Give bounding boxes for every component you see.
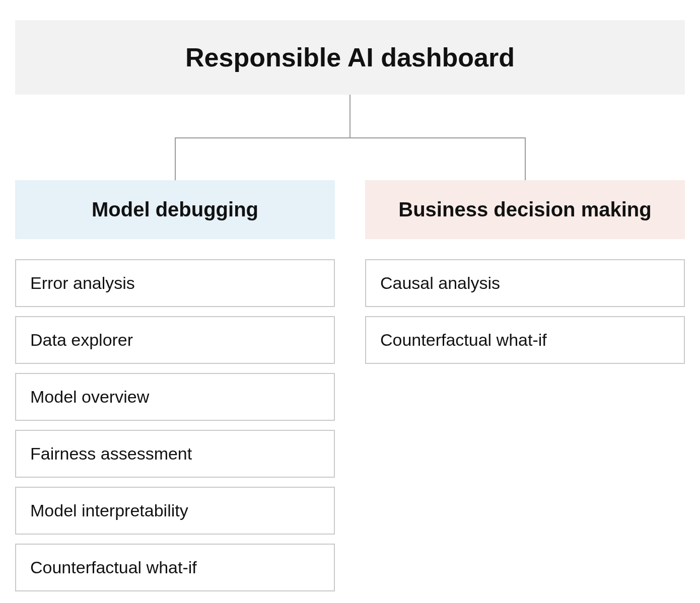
list-item: Model overview [15, 373, 335, 421]
list-item: Data explorer [15, 316, 335, 364]
column-title: Model debugging [92, 198, 258, 220]
item-label: Counterfactual what-if [380, 330, 547, 349]
diagram-root: Responsible AI dashboard Model debugging… [15, 20, 685, 600]
column-header-business-decision-making: Business decision making [365, 180, 685, 239]
item-label: Error analysis [30, 273, 135, 292]
connector-drop-left [175, 137, 176, 180]
list-item: Model interpretability [15, 487, 335, 535]
connector-drop-right [525, 137, 526, 180]
column-header-model-debugging: Model debugging [15, 180, 335, 239]
item-label: Fairness assessment [30, 444, 192, 463]
list-item: Causal analysis [365, 259, 685, 307]
list-item: Fairness assessment [15, 430, 335, 478]
root-node: Responsible AI dashboard [15, 20, 685, 95]
column-model-debugging: Model debugging Error analysis Data expl… [15, 180, 335, 600]
item-label: Causal analysis [380, 273, 500, 292]
columns-container: Model debugging Error analysis Data expl… [15, 180, 685, 600]
root-title: Responsible AI dashboard [185, 43, 515, 72]
connector-lines [15, 95, 685, 180]
list-item: Error analysis [15, 259, 335, 307]
item-label: Counterfactual what-if [30, 558, 197, 577]
item-label: Model interpretability [30, 501, 188, 520]
column-title: Business decision making [398, 198, 651, 220]
list-item: Counterfactual what-if [15, 544, 335, 591]
item-label: Data explorer [30, 330, 133, 349]
connector-hbar [175, 137, 525, 138]
item-label: Model overview [30, 387, 149, 406]
column-business-decision-making: Business decision making Causal analysis… [365, 180, 685, 600]
list-item: Counterfactual what-if [365, 316, 685, 364]
connector-stem [349, 95, 351, 137]
